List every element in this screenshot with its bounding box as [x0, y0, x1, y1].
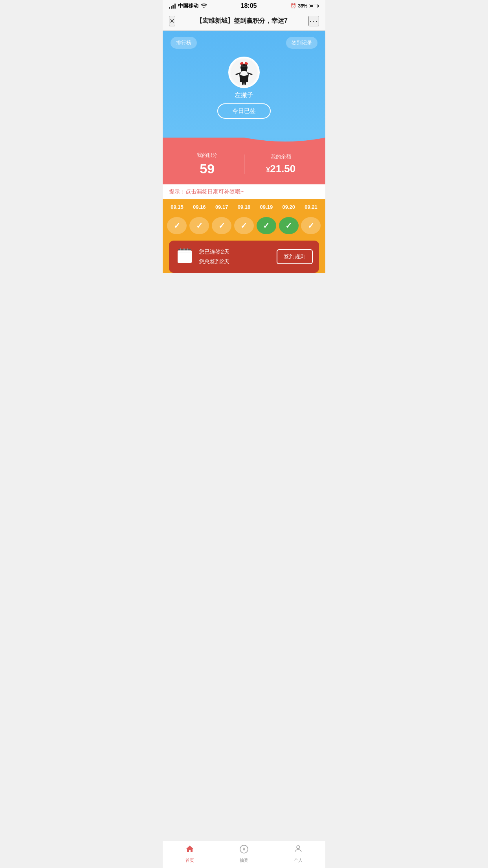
battery-percent: 39%: [298, 3, 307, 9]
content-area: [163, 278, 325, 364]
more-button[interactable]: ···: [308, 16, 319, 26]
checkmark-2: ✓: [218, 221, 225, 230]
nav-bar: × 【宏维新城】签到赢积分，幸运7 ···: [163, 12, 325, 31]
balance-amount: 21.50: [270, 163, 295, 175]
carrier-label: 中国移动: [178, 2, 198, 9]
checkmark-5: ✓: [285, 221, 292, 230]
balance-label: 我的余额: [244, 153, 318, 160]
svg-rect-16: [187, 248, 188, 250]
status-left: 中国移动: [169, 2, 207, 9]
signed-button[interactable]: 今日已签: [217, 103, 271, 119]
svg-text:Black: Black: [241, 65, 247, 67]
balance-stat: 我的余额 ¥21.50: [244, 153, 318, 175]
check-1[interactable]: ✓: [189, 217, 209, 234]
date-4[interactable]: 09.19: [255, 204, 277, 210]
checkmark-3: ✓: [240, 221, 247, 230]
calendar-icon: [175, 247, 194, 266]
checkmark-0: ✓: [174, 221, 180, 230]
svg-rect-14: [180, 248, 181, 250]
date-6[interactable]: 09.21: [300, 204, 322, 210]
wifi-icon: [201, 3, 207, 9]
check-4[interactable]: ✓: [257, 217, 276, 234]
total-days-text: 您总签到2天: [199, 257, 229, 267]
calendar-dates-row: 09.15 09.16 09.17 09.18 09.19 09.20 09.2…: [163, 204, 325, 214]
rules-button[interactable]: 签到规则: [277, 249, 313, 264]
svg-rect-9: [242, 81, 244, 85]
hero-section: 排行榜 签到记录: [163, 31, 325, 145]
svg-rect-12: [163, 130, 325, 138]
wave-divider: [163, 130, 325, 145]
status-time: 18:05: [241, 2, 257, 9]
checkin-record-button[interactable]: 签到记录: [286, 37, 317, 49]
svg-rect-10: [244, 81, 246, 85]
check-6[interactable]: ✓: [301, 217, 321, 234]
check-5[interactable]: ✓: [279, 217, 299, 234]
svg-rect-17: [178, 250, 192, 263]
check-0[interactable]: ✓: [167, 217, 187, 234]
stats-section: 我的积分 59 我的余额 ¥21.50: [163, 145, 325, 184]
date-1[interactable]: 09.16: [188, 204, 211, 210]
svg-rect-15: [183, 248, 185, 250]
avatar: Black: [228, 57, 260, 88]
calendar-section: 09.15 09.16 09.17 09.18 09.19 09.20 09.2…: [163, 199, 325, 273]
streak-text-container: 您已连签2天 您总签到2天: [199, 247, 229, 267]
balance-symbol: ¥: [266, 166, 270, 174]
streak-card-left: 您已连签2天 您总签到2天: [175, 247, 229, 267]
avatar-container: Black 左撇子 今日已签: [163, 37, 325, 130]
streak-card: 您已连签2天 您总签到2天 签到规则: [169, 241, 319, 273]
battery-icon: [309, 4, 319, 8]
status-right: ⏰ 39%: [290, 3, 319, 9]
points-label: 我的积分: [171, 152, 244, 159]
checkmark-4: ✓: [263, 221, 270, 230]
nav-title: 【宏维新城】签到赢积分，幸运7: [196, 17, 288, 25]
check-2[interactable]: ✓: [212, 217, 231, 234]
balance-value: ¥21.50: [244, 163, 318, 175]
points-value: 59: [171, 161, 244, 177]
signal-icon: [169, 4, 176, 9]
close-button[interactable]: ×: [169, 16, 175, 26]
date-5[interactable]: 09.20: [277, 204, 300, 210]
points-stat: 我的积分 59: [171, 152, 244, 177]
svg-point-3: [243, 61, 245, 64]
hint-text: 提示：点击漏签日期可补签哦~: [163, 184, 325, 199]
streak-days-text: 您已连签2天: [199, 247, 229, 257]
checkmark-6: ✓: [308, 221, 314, 230]
status-bar: 中国移动 18:05 ⏰ 39%: [163, 0, 325, 12]
date-3[interactable]: 09.18: [233, 204, 255, 210]
date-0[interactable]: 09.15: [166, 204, 188, 210]
check-3[interactable]: ✓: [234, 217, 254, 234]
alarm-icon: ⏰: [290, 3, 296, 9]
checkmark-1: ✓: [196, 221, 203, 230]
calendar-checks-row: ✓ ✓ ✓ ✓ ✓ ✓ ✓: [163, 214, 325, 241]
stats-row: 我的积分 59 我的余额 ¥21.50: [163, 145, 325, 184]
date-2[interactable]: 09.17: [211, 204, 233, 210]
avatar-image: Black: [231, 59, 257, 86]
username-label: 左撇子: [235, 91, 253, 99]
leaderboard-button[interactable]: 排行榜: [171, 37, 197, 49]
avatar-inner: Black: [229, 58, 259, 87]
